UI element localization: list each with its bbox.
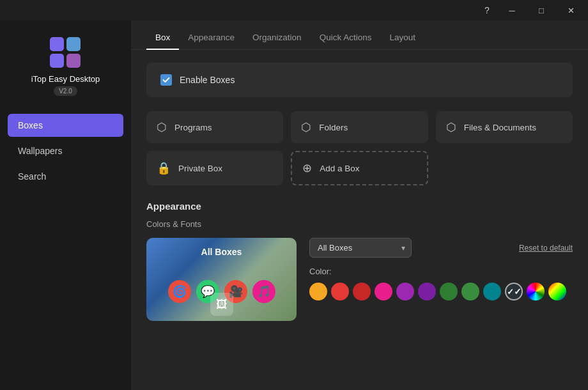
tab-appearance[interactable]: Appearance — [179, 26, 244, 50]
content-scroll: Enable Boxes ⬡ Programs ⬡ Folders ⬡ File… — [131, 50, 588, 390]
folders-button[interactable]: ⬡ Folders — [291, 111, 428, 143]
app-body: iTop Easy Desktop V2.0 Boxes Wallpapers … — [0, 20, 588, 390]
private-box-button[interactable]: 🔒 Private Box — [146, 151, 283, 185]
files-documents-button[interactable]: ⬡ Files & Documents — [436, 111, 573, 143]
programs-button[interactable]: ⬡ Programs — [146, 111, 283, 143]
tab-layout[interactable]: Layout — [380, 26, 424, 50]
dropdown-wrapper: All Boxes Programs Folders Files & Docum… — [309, 238, 412, 258]
tab-quick-actions[interactable]: Quick Actions — [311, 26, 381, 50]
colors-fonts-row: All Boxes 🌀 💬 🎥 🎵 🖼 — [146, 238, 573, 321]
app-title: iTop Easy Desktop — [31, 74, 100, 84]
swatch-rainbow[interactable] — [527, 283, 545, 300]
enable-boxes-label: Enable Boxes — [180, 75, 235, 85]
add-icon: ⊕ — [302, 161, 312, 175]
preview-icon-music: 🎵 — [252, 280, 275, 303]
svg-rect-3 — [66, 54, 81, 68]
box-buttons-grid: ⬡ Programs ⬡ Folders ⬡ Files & Documents — [146, 111, 573, 143]
svg-rect-0 — [50, 37, 64, 51]
preview-box: All Boxes 🌀 💬 🎥 🎵 🖼 — [146, 238, 297, 321]
color-label: Color: — [309, 267, 332, 276]
swatch-pink[interactable] — [375, 283, 392, 300]
sidebar-label-boxes: Boxes — [18, 120, 43, 130]
close-button[interactable]: ✕ — [556, 0, 585, 20]
check-mark: ✓ — [507, 287, 514, 297]
color-row: Color: ✓ — [309, 267, 573, 300]
swatch-orange[interactable] — [309, 283, 327, 300]
colors-fonts-subtitle: Colors & Fonts — [146, 219, 573, 229]
sidebar-item-boxes[interactable]: Boxes — [8, 114, 123, 137]
sidebar-label-wallpapers: Wallpapers — [18, 146, 63, 156]
swatch-dark[interactable]: ✓ — [505, 283, 523, 300]
svg-rect-1 — [66, 37, 81, 51]
preview-bottom-icon: 🖼 — [210, 293, 233, 316]
swatch-teal[interactable] — [483, 283, 501, 300]
minimize-button[interactable]: ─ — [497, 0, 527, 20]
programs-label: Programs — [174, 123, 212, 132]
swatch-purple2[interactable] — [418, 283, 436, 300]
swatch-green2[interactable] — [461, 283, 479, 300]
logo-container: iTop Easy Desktop V2.0 — [31, 36, 100, 96]
add-box-button[interactable]: ⊕ Add a Box — [291, 151, 428, 185]
colors-controls: All Boxes Programs Folders Files & Docum… — [309, 238, 573, 300]
add-box-label: Add a Box — [320, 164, 359, 173]
preview-bottom: 🖼 — [210, 293, 233, 316]
swatch-red2[interactable] — [353, 283, 371, 300]
color-swatches: ✓ — [309, 283, 566, 300]
dropdown-row: All Boxes Programs Folders Files & Docum… — [309, 238, 573, 258]
sidebar-item-wallpapers[interactable]: Wallpapers — [8, 139, 123, 162]
private-box-label: Private Box — [178, 164, 222, 173]
sidebar-label-search: Search — [18, 171, 46, 182]
swatch-green1[interactable] — [440, 283, 458, 300]
reset-to-default-link[interactable]: Reset to default — [519, 244, 573, 253]
sidebar-item-search[interactable]: Search — [8, 165, 123, 188]
swatch-purple1[interactable] — [396, 283, 414, 300]
tab-organization[interactable]: Organization — [244, 26, 311, 50]
content-area: Box Appearance Organization Quick Action… — [131, 20, 588, 390]
check-icon — [162, 76, 170, 84]
tabbar: Box Appearance Organization Quick Action… — [131, 20, 588, 50]
swatch-red1[interactable] — [331, 283, 349, 300]
maximize-button[interactable]: □ — [527, 0, 556, 20]
programs-icon: ⬡ — [157, 120, 167, 134]
enable-boxes-card: Enable Boxes — [146, 63, 573, 97]
svg-rect-2 — [50, 54, 64, 68]
folders-icon: ⬡ — [301, 120, 311, 134]
appearance-section-title: Appearance — [146, 201, 573, 212]
lock-icon: 🔒 — [157, 161, 171, 175]
folders-label: Folders — [319, 123, 348, 132]
preview-title: All Boxes — [201, 247, 242, 257]
sidebar: iTop Easy Desktop V2.0 Boxes Wallpapers … — [0, 20, 131, 390]
box-buttons-row2: 🔒 Private Box ⊕ Add a Box — [146, 151, 573, 185]
files-label: Files & Documents — [464, 123, 536, 132]
swatch-gradient[interactable] — [548, 283, 566, 300]
box-selector[interactable]: All Boxes Programs Folders Files & Docum… — [309, 238, 412, 258]
help-button[interactable]: ? — [477, 0, 497, 20]
enable-boxes-checkbox[interactable] — [160, 74, 172, 86]
tab-box[interactable]: Box — [146, 26, 179, 50]
files-icon: ⬡ — [446, 120, 456, 134]
titlebar: ? ─ □ ✕ — [0, 0, 588, 20]
version-badge: V2.0 — [54, 86, 77, 96]
preview-icon-red: 🌀 — [168, 280, 191, 303]
sidebar-nav: Boxes Wallpapers Search — [0, 114, 131, 188]
app-logo — [49, 36, 82, 69]
